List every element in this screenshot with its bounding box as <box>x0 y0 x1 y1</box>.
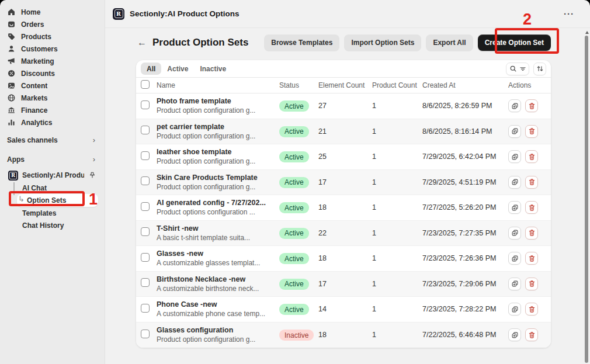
duplicate-button[interactable] <box>508 278 521 290</box>
pin-icon[interactable] <box>88 171 96 179</box>
sidebar-item-discounts[interactable]: Discounts <box>0 67 105 79</box>
delete-button[interactable] <box>525 99 538 112</box>
option-set-name[interactable]: pet carrier template <box>157 123 279 131</box>
delete-button[interactable] <box>525 150 538 163</box>
sidebar-item-ai-chat[interactable]: AI Chat <box>0 182 105 194</box>
table-row: leather shoe template Product option con… <box>136 144 551 170</box>
row-checkbox[interactable] <box>141 330 150 338</box>
tab-all[interactable]: All <box>141 63 161 75</box>
duplicate-button[interactable] <box>508 227 521 240</box>
scrollbar[interactable] <box>584 28 590 364</box>
option-set-description: A customizable phone case temp... <box>157 310 279 318</box>
duplicate-button[interactable] <box>508 125 521 138</box>
element-count: 22 <box>318 229 372 237</box>
duplicate-button[interactable] <box>508 303 521 316</box>
import-option-sets-button[interactable]: Import Option Sets <box>344 34 421 51</box>
sidebar-item-customers[interactable]: Customers <box>0 43 105 55</box>
option-set-name[interactable]: Photo frame template <box>157 97 279 105</box>
sort-button[interactable] <box>533 63 546 75</box>
option-set-name[interactable]: Phone Case -new <box>157 300 279 308</box>
sidebar-item-label: Home <box>21 8 40 16</box>
search-and-filter-button[interactable] <box>506 63 529 75</box>
sidebar-item-app-sectionly[interactable]: R Sectionly:AI Product ... <box>0 169 105 182</box>
app-logo-icon: R <box>113 8 124 20</box>
row-checkbox[interactable] <box>141 304 150 313</box>
sidebar-item-products[interactable]: Products <box>0 30 105 43</box>
trash-icon <box>528 204 536 212</box>
option-set-name[interactable]: Glasses configuration <box>157 326 279 334</box>
option-set-name[interactable]: Glasses -new <box>157 249 279 258</box>
row-checkbox[interactable] <box>141 151 150 160</box>
duplicate-button[interactable] <box>508 252 521 265</box>
sidebar-section-apps[interactable]: Apps › <box>0 153 105 165</box>
duplicate-button[interactable] <box>508 150 521 163</box>
create-option-set-button[interactable]: Create Option Set <box>478 34 551 51</box>
sidebar-item-markets[interactable]: Markets <box>0 92 105 104</box>
sidebar: Home Orders Products Customers Marketing… <box>0 0 105 364</box>
scrollbar-thumb[interactable] <box>585 36 588 363</box>
sidebar-item-content[interactable]: Content <box>0 79 105 92</box>
row-checkbox[interactable] <box>141 202 150 211</box>
sidebar-item-label: Customers <box>21 45 58 53</box>
app-logo-icon: R <box>8 171 18 181</box>
sidebar-item-option-sets[interactable]: ↳ Option Sets <box>0 194 105 207</box>
sidebar-section-sales-channels[interactable]: Sales channels › <box>0 134 105 146</box>
select-all-checkbox[interactable] <box>141 80 150 89</box>
back-button[interactable]: ← <box>136 38 150 47</box>
sidebar-item-chat-history[interactable]: Chat History <box>0 219 105 231</box>
page-title: Product Option Sets <box>152 37 264 48</box>
row-checkbox[interactable] <box>141 227 150 236</box>
element-count: 25 <box>318 152 372 161</box>
row-checkbox[interactable] <box>141 176 150 185</box>
sidebar-item-label: Discounts <box>21 70 55 78</box>
duplicate-icon <box>511 127 519 135</box>
sidebar-item-marketing[interactable]: Marketing <box>0 55 105 67</box>
product-count: 1 <box>372 229 422 237</box>
delete-button[interactable] <box>525 328 538 341</box>
sidebar-item-home[interactable]: Home <box>0 6 105 18</box>
option-set-name[interactable]: Birthstone Necklace -new <box>157 275 279 283</box>
option-set-name[interactable]: T-Shirt -new <box>157 224 279 233</box>
export-all-button[interactable]: Export All <box>426 34 473 51</box>
app-window: Home Orders Products Customers Marketing… <box>0 0 590 364</box>
delete-button[interactable] <box>525 201 538 214</box>
delete-button[interactable] <box>525 252 538 265</box>
status-badge: Inactive <box>279 330 314 341</box>
duplicate-icon <box>511 153 519 161</box>
delete-button[interactable] <box>525 227 538 240</box>
duplicate-button[interactable] <box>508 99 521 112</box>
option-set-name[interactable]: Skin Care Products Template <box>157 174 279 182</box>
tab-inactive[interactable]: Inactive <box>194 63 232 75</box>
megaphone-icon <box>7 57 16 65</box>
duplicate-button[interactable] <box>508 328 521 341</box>
row-checkbox[interactable] <box>141 278 150 287</box>
browse-templates-button[interactable]: Browse Templates <box>264 34 339 51</box>
scrollbar-up-arrow[interactable] <box>585 31 589 34</box>
tab-active[interactable]: Active <box>161 63 194 75</box>
sidebar-item-finance[interactable]: Finance <box>0 104 105 116</box>
element-count: 18 <box>318 331 372 339</box>
sidebar-item-label: Finance <box>21 106 47 115</box>
row-checkbox[interactable] <box>141 253 150 262</box>
row-checkbox[interactable] <box>141 126 150 134</box>
sidebar-item-orders[interactable]: Orders <box>0 18 105 30</box>
option-set-name[interactable]: leather shoe template <box>157 148 279 156</box>
delete-button[interactable] <box>525 125 538 138</box>
delete-button[interactable] <box>525 303 538 316</box>
row-checkbox[interactable] <box>141 100 150 109</box>
element-count: 27 <box>318 102 372 110</box>
duplicate-button[interactable] <box>508 201 521 214</box>
option-set-name[interactable]: AI generated config - 7/27/202... <box>157 199 279 207</box>
column-header-product-count: Product Count <box>372 81 422 89</box>
delete-button[interactable] <box>525 176 538 189</box>
more-options-button[interactable]: ··· <box>561 8 577 19</box>
sidebar-item-analytics[interactable]: Analytics <box>0 116 105 129</box>
duplicate-button[interactable] <box>508 176 521 189</box>
delete-button[interactable] <box>525 278 538 290</box>
sidebar-item-templates[interactable]: Templates <box>0 207 105 219</box>
table-row: Glasses configuration Product option con… <box>136 323 551 348</box>
main-area: R Sectionly:AI Product Options ··· ← Pro… <box>105 0 590 364</box>
app-title: Sectionly:AI Product Options <box>130 9 561 18</box>
sort-icon <box>536 65 544 72</box>
sidebar-item-label: Content <box>21 82 47 90</box>
